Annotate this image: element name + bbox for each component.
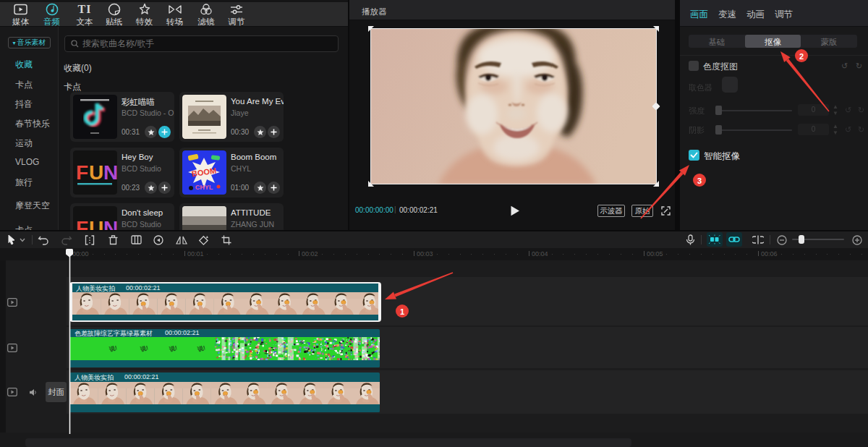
svg-text:U: U <box>89 161 103 184</box>
svg-text:N: N <box>103 161 117 184</box>
svg-text:N: N <box>103 217 117 230</box>
svg-text:CHYL: CHYL <box>195 184 213 191</box>
svg-text:F: F <box>76 217 88 230</box>
svg-text:F: F <box>76 161 88 184</box>
svg-text:U: U <box>89 217 103 230</box>
